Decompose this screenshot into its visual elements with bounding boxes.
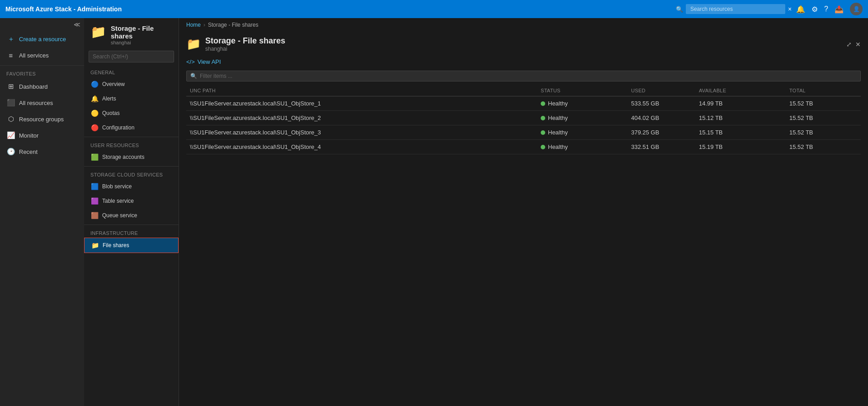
sidebar-item-all-resources[interactable]: ⬛ All resources [0, 95, 84, 111]
used-cell: 379.25 GB [631, 129, 699, 136]
status-cell: Healthy [541, 115, 631, 121]
breadcrumb-current: Storage - File shares [208, 22, 258, 28]
dashboard-icon: ⊞ [6, 82, 15, 91]
panel-nav-storage-accounts[interactable]: 🟩 Storage accounts [84, 150, 179, 164]
col-used: USED [631, 88, 699, 93]
panel-header: 📁 Storage - File shares shanghai [84, 18, 179, 47]
search-input[interactable] [686, 4, 785, 14]
infrastructure-section-label: Infrastructure [84, 227, 179, 238]
panel-nav-alerts[interactable]: 🔔 Alerts [84, 91, 179, 106]
panel-nav-quotas[interactable]: 🟡 Quotas [84, 106, 179, 120]
plus-icon: ＋ [6, 35, 15, 43]
available-cell: 15.12 TB [699, 115, 789, 121]
table-header: UNC PATH STATUS USED AVAILABLE TOTAL [186, 85, 861, 96]
main-content: Home › Storage - File shares 📁 Storage -… [179, 18, 868, 406]
panel-title: Storage - File shares [111, 24, 172, 40]
table-service-icon: 🟪 [90, 197, 99, 205]
table-row[interactable]: \\SU1FileServer.azurestack.local\SU1_Obj… [186, 125, 861, 140]
breadcrumb: Home › Storage - File shares [179, 18, 868, 32]
panel-divider-1 [84, 137, 179, 137]
secondary-panel: 📁 Storage - File shares shanghai General… [84, 18, 179, 406]
breadcrumb-home[interactable]: Home [186, 22, 201, 28]
sidebar-item-dashboard[interactable]: ⊞ Dashboard [0, 78, 84, 95]
status-cell: Healthy [541, 129, 631, 136]
available-cell: 14.99 TB [699, 100, 789, 107]
table-row[interactable]: \\SU1FileServer.azurestack.local\SU1_Obj… [186, 111, 861, 125]
file-shares-icon: 📁 [91, 242, 99, 249]
status-cell: Healthy [541, 143, 631, 150]
total-cell: 15.52 TB [789, 143, 857, 150]
content-header: 📁 Storage - File shares shanghai ⤢ ✕ [179, 32, 868, 55]
feedback-icon[interactable]: 📤 [835, 5, 844, 14]
used-cell: 404.02 GB [631, 115, 699, 121]
table-row[interactable]: \\SU1FileServer.azurestack.local\SU1_Obj… [186, 140, 861, 154]
used-cell: 332.51 GB [631, 143, 699, 150]
file-shares-table: UNC PATH STATUS USED AVAILABLE TOTAL \\S… [186, 85, 861, 154]
total-cell: 15.52 TB [789, 115, 857, 121]
content-folder-icon: 📁 [186, 37, 201, 51]
unc-path-cell: \\SU1FileServer.azurestack.local\SU1_Obj… [190, 115, 541, 121]
panel-nav-queue-service[interactable]: 🟫 Queue service [84, 208, 179, 223]
quotas-icon: 🟡 [90, 110, 99, 117]
col-available: AVAILABLE [699, 88, 789, 93]
create-resource-nav-item[interactable]: ＋ Create a resource [0, 31, 84, 48]
queue-service-icon: 🟫 [90, 212, 99, 219]
sidebar-item-resource-groups[interactable]: ⬡ Resource groups [0, 111, 84, 127]
close-content-button[interactable]: ✕ [855, 41, 861, 48]
resource-groups-icon: ⬡ [6, 115, 15, 123]
overview-icon: 🔵 [90, 81, 99, 88]
panel-nav-table-service[interactable]: 🟪 Table service [84, 194, 179, 208]
sidebar-item-monitor[interactable]: 📈 Monitor [0, 127, 84, 143]
user-resources-section-label: User Resources [84, 139, 179, 150]
status-dot-icon [541, 101, 545, 106]
view-api-button[interactable]: </> View API [186, 58, 221, 65]
favorites-section-label: Favorites [0, 67, 84, 78]
panel-nav-configuration[interactable]: 🔴 Configuration [84, 120, 179, 135]
maximize-button[interactable]: ⤢ [846, 41, 852, 48]
used-cell: 533.55 GB [631, 100, 699, 107]
notification-icon[interactable]: 🔔 [796, 5, 805, 14]
recent-icon: 🕑 [6, 148, 15, 156]
breadcrumb-separator: › [203, 22, 205, 28]
storage-cloud-services-section-label: Storage Cloud Services [84, 168, 179, 179]
help-icon[interactable]: ? [824, 5, 828, 13]
panel-subtitle: shanghai [111, 40, 172, 45]
panel-nav-overview[interactable]: 🔵 Overview [84, 77, 179, 91]
col-total: TOTAL [789, 88, 857, 93]
table-row[interactable]: \\SU1FileServer.azurestack.local\SU1_Obj… [186, 96, 861, 111]
topbar: Microsoft Azure Stack - Administration 🔍… [0, 0, 868, 18]
view-api-icon: </> [186, 58, 195, 65]
panel-folder-icon: 📁 [90, 24, 106, 39]
search-close-icon[interactable]: × [788, 5, 792, 13]
content-title: Storage - File shares [205, 36, 285, 46]
status-dot-icon [541, 145, 545, 149]
left-nav: ≪ ＋ Create a resource ≡ All services Fav… [0, 18, 84, 406]
nav-divider-1 [0, 65, 84, 66]
status-dot-icon [541, 130, 545, 135]
nav-collapse-button[interactable]: ≪ [74, 21, 80, 28]
blob-service-icon: 🟦 [90, 183, 99, 190]
sidebar-item-recent[interactable]: 🕑 Recent [0, 143, 84, 160]
all-services-nav-item[interactable]: ≡ All services [0, 48, 84, 63]
content-subtitle: shanghai [205, 46, 285, 52]
total-cell: 15.52 TB [789, 100, 857, 107]
toolbar: </> View API [179, 55, 868, 69]
avatar[interactable]: 👤 [850, 3, 863, 15]
general-section-label: General [84, 66, 179, 77]
configuration-icon: 🔴 [90, 124, 99, 131]
panel-nav-blob-service[interactable]: 🟦 Blob service [84, 179, 179, 194]
panel-nav-file-shares[interactable]: 📁 File shares [84, 238, 179, 253]
status-dot-icon [541, 116, 545, 120]
grid-icon: ⬛ [6, 99, 15, 107]
panel-divider-3 [84, 224, 179, 225]
settings-icon[interactable]: ⚙ [811, 5, 818, 14]
col-unc-path: UNC PATH [190, 88, 541, 93]
unc-path-cell: \\SU1FileServer.azurestack.local\SU1_Obj… [190, 143, 541, 150]
available-cell: 15.19 TB [699, 143, 789, 150]
available-cell: 15.15 TB [699, 129, 789, 136]
filter-input[interactable] [200, 73, 857, 79]
panel-search-input[interactable] [89, 51, 174, 62]
total-cell: 15.52 TB [789, 129, 857, 136]
col-status: STATUS [541, 88, 631, 93]
filter-bar: 🔍 [186, 71, 861, 81]
